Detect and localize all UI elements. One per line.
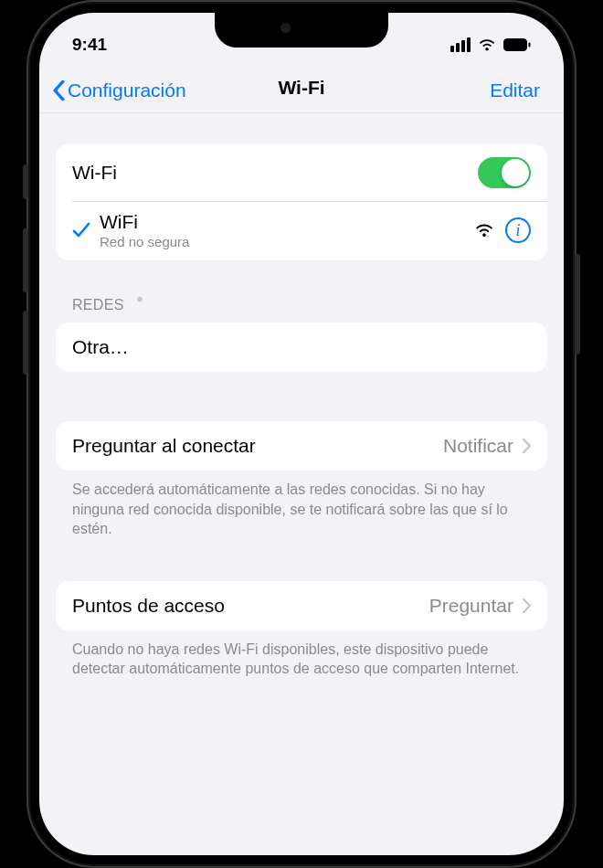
hotspot-footer: Cuando no haya redes Wi-Fi disponibles, …	[56, 630, 547, 679]
connected-network-name: WiFi	[100, 211, 189, 233]
phone-frame: 9:41 Configuración Wi-Fi Editar Wi-	[26, 0, 577, 868]
cellular-signal-icon	[450, 37, 471, 52]
wifi-signal-icon	[474, 223, 494, 238]
wifi-toggle-label: Wi-Fi	[72, 162, 117, 184]
spinner-icon	[132, 297, 148, 313]
notch	[215, 13, 388, 48]
connected-network-row[interactable]: WiFi Red no segura i	[72, 201, 547, 260]
wifi-toggle[interactable]	[478, 157, 531, 188]
back-button[interactable]: Configuración	[52, 79, 186, 101]
ask-to-join-group: Preguntar al conectar Notificar	[56, 421, 547, 471]
silent-switch	[23, 164, 28, 199]
networks-section-header: Redes	[56, 260, 547, 323]
other-networks-group: Otra…	[56, 323, 547, 372]
hotspot-value: Preguntar	[429, 595, 513, 617]
nav-bar: Configuración Wi-Fi Editar	[39, 68, 564, 113]
status-indicators	[450, 37, 531, 52]
chevron-right-icon	[523, 439, 531, 453]
content-area: Wi-Fi WiFi Red no segura i	[39, 113, 564, 679]
back-label: Configuración	[68, 79, 186, 101]
wifi-toggle-row: Wi-Fi	[56, 144, 547, 201]
other-network-label: Otra…	[72, 336, 129, 358]
screen: 9:41 Configuración Wi-Fi Editar Wi-	[39, 13, 564, 855]
battery-icon	[503, 38, 531, 51]
volume-up-button	[23, 228, 28, 292]
status-time: 9:41	[72, 35, 107, 55]
checkmark-icon	[72, 222, 100, 238]
edit-button[interactable]: Editar	[490, 79, 540, 101]
connected-network-subtitle: Red no segura	[100, 234, 189, 249]
power-button	[575, 254, 580, 355]
chevron-right-icon	[523, 598, 531, 613]
svg-rect-0	[504, 39, 527, 51]
wifi-main-group: Wi-Fi WiFi Red no segura i	[56, 144, 547, 260]
ask-to-join-row[interactable]: Preguntar al conectar Notificar	[56, 421, 547, 471]
wifi-status-icon	[478, 38, 496, 52]
ask-to-join-label: Preguntar al conectar	[72, 435, 256, 457]
volume-down-button	[23, 311, 28, 375]
hotspot-group: Puntos de acceso Preguntar	[56, 581, 547, 630]
page-title: Wi-Fi	[278, 77, 324, 99]
ask-to-join-footer: Se accederá automáticamente a las redes …	[56, 471, 547, 539]
ask-to-join-value: Notificar	[443, 435, 513, 457]
network-info-button[interactable]: i	[505, 217, 531, 243]
hotspot-row[interactable]: Puntos de acceso Preguntar	[56, 581, 547, 630]
svg-rect-1	[529, 43, 531, 48]
hotspot-label: Puntos de acceso	[72, 595, 225, 617]
other-network-row[interactable]: Otra…	[56, 323, 547, 372]
networks-header-label: Redes	[72, 297, 124, 313]
chevron-left-icon	[52, 80, 66, 101]
